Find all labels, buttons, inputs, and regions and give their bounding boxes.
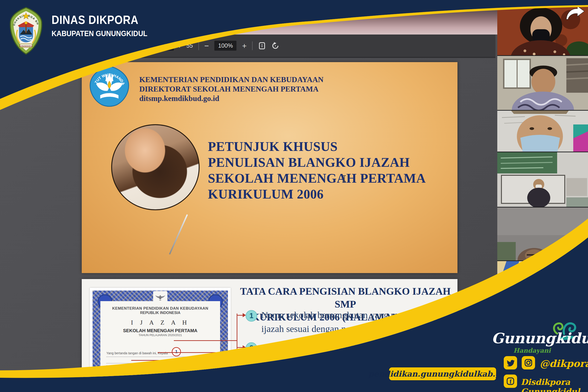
- list-item: mencoret) me: [261, 372, 314, 383]
- slide-ministry-header: KEMENTERIAN PENDIDIKAN DAN KEBUDAYAAN DI…: [139, 75, 324, 103]
- list-item: Nama nomenklatur kabupaten/kota*) (: [261, 358, 407, 369]
- meeting-screenshot: 12 / 55 − 100% + TUT WURI HANDAYANI: [0, 0, 588, 392]
- participant-video-tile[interactable]: [497, 56, 588, 111]
- toolbar-divider: [252, 42, 252, 50]
- pdf-page-12-slide: TUT WURI HANDAYANI KEMENTERIAN PENDIDIKA…: [82, 62, 457, 273]
- certificate-title: I J A Z A H: [100, 319, 220, 326]
- svg-text:f: f: [509, 378, 512, 385]
- connector-line: [131, 360, 237, 361]
- zoom-level-input[interactable]: 100%: [214, 41, 236, 50]
- gunungkidul-crest: DHAKSINARGA BHUMIKARTA GUNUNGKIDUL: [7, 6, 46, 55]
- rotate-ccw-icon[interactable]: [271, 42, 279, 50]
- brand-tagline: Handayani: [513, 347, 551, 354]
- org-header: DHAKSINARGA BHUMIKARTA GUNUNGKIDUL DINAS…: [7, 6, 160, 55]
- text-cursor: [343, 175, 346, 182]
- org-name: DINAS DIKPORA: [52, 13, 147, 27]
- participant-video-tile[interactable]: [497, 111, 588, 152]
- connector-line: [174, 340, 237, 341]
- page-separator: /: [179, 42, 181, 49]
- item-number-badge: 1: [246, 310, 257, 322]
- ijazah-certificate-image: KEMENTERIAN PENDIDIKAN DAN KEBUDAYAAN RE…: [90, 288, 231, 392]
- page-count: 55: [186, 42, 193, 49]
- connector-arrow: [243, 362, 246, 366]
- instagram-icon[interactable]: [522, 356, 535, 370]
- org-region: KABUPATEN GUNUNGKIDUL: [52, 29, 147, 38]
- participant-video-tile[interactable]: [497, 152, 588, 208]
- connector-arrow: [243, 345, 246, 350]
- participant-video-tile[interactable]: [497, 208, 588, 261]
- list-item: Nama sekolah bersangkutan yang menerbitk…: [261, 310, 438, 321]
- zoom-out-button[interactable]: −: [204, 42, 209, 50]
- slide-title: PETUNJUK KHUSUS PENULISAN BLANGKO IJAZAH…: [208, 138, 426, 202]
- facebook-name: Disdikpora Gunungkidul: [521, 377, 588, 392]
- svg-text:GUNUNGKIDUL: GUNUNGKIDUL: [19, 45, 33, 47]
- share-arrow-icon[interactable]: [564, 6, 585, 21]
- fit-page-icon[interactable]: [258, 42, 266, 50]
- twitter-icon[interactable]: [504, 356, 517, 370]
- connector-line: [158, 352, 237, 353]
- connector-line: [116, 366, 237, 367]
- website-banner: pendidikan.gunungkidulkab.go.id: [389, 367, 497, 381]
- page-number-input[interactable]: 12: [160, 41, 174, 50]
- pen-graphic: [169, 214, 188, 255]
- list-item: ijazah sesuai dengan nomenklatur.: [261, 323, 391, 334]
- toolbar-divider: [198, 42, 199, 50]
- brand-wordmark: Gunungkidul: [491, 330, 577, 347]
- facebook-icon[interactable]: f: [504, 374, 517, 388]
- tut-wuri-handayani-logo: TUT WURI HANDAYANI: [89, 65, 130, 108]
- zoom-in-button[interactable]: +: [242, 42, 246, 50]
- item-number-badge: 3: [246, 358, 257, 370]
- participant-video-tile[interactable]: [497, 261, 588, 315]
- social-handle: @dikpora_gk: [540, 358, 588, 369]
- hand-writing-photo: [111, 124, 200, 210]
- certificate-body: KEMENTERIAN PENDIDIKAN DAN KEBUDAYAAN RE…: [100, 301, 220, 392]
- list-item: Nomor Pokok Sekolah Nasional (NPSN): [261, 342, 416, 353]
- item-number-badge: 2: [246, 342, 257, 354]
